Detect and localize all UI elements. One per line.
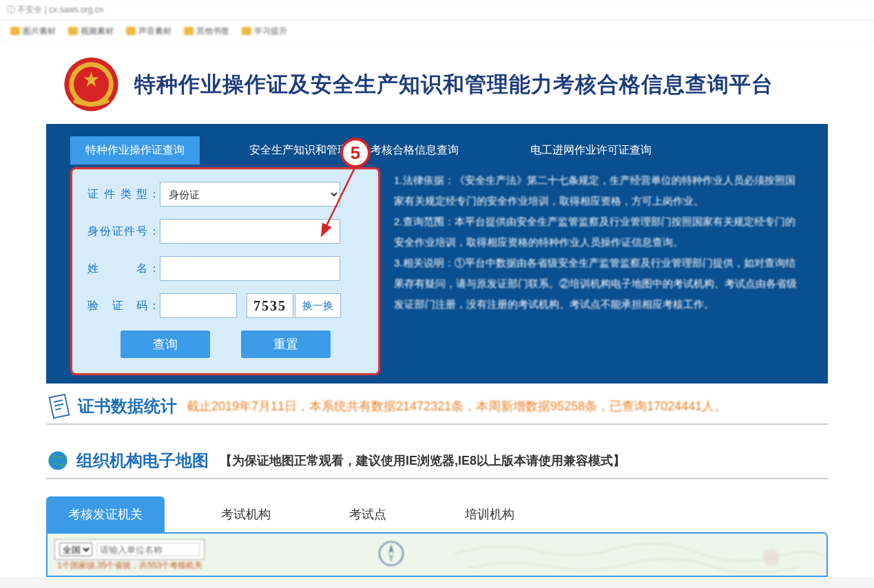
folder-icon	[126, 27, 136, 35]
tab-electrician[interactable]: 电工进网作业许可证查询	[515, 136, 667, 165]
cert-type-select[interactable]: 身份证	[160, 182, 340, 207]
label-id-number: 身份证件号：	[87, 224, 160, 239]
bookmark-item[interactable]: 学习提升	[242, 25, 287, 37]
map-substat: 1个国家级,35个省级，共553个考核机关	[57, 560, 202, 571]
compass-icon[interactable]	[378, 540, 404, 567]
svg-rect-5	[50, 395, 70, 418]
map-tab-exam-org[interactable]: 考试机构	[199, 496, 293, 532]
info-item: 1.法律依据：《安全生产法》第二十七条规定，生产经营单位的特种作业人员必须按照国…	[394, 170, 804, 211]
captcha-refresh-button[interactable]: 换一换	[295, 293, 341, 318]
bookmarks-bar: 图片素材 视频素材 声音素材 其他书签 学习提升	[0, 21, 874, 41]
info-item: 2.查询范围：本平台提供由安全生产监管监察及行业管理部门按照国家有关规定经专门的…	[394, 211, 804, 253]
site-title: 特种作业操作证及安全生产知识和管理能力考核合格信息查询平台	[134, 70, 773, 99]
query-tabs: 特种作业操作证查询 安全生产知识和管理能力考核合格信息查询 电工进网作业许可证查…	[46, 124, 828, 165]
query-form: 证 件 类 型： 身份证 身份证件号： 姓 名： 验 证 码： 7535	[70, 167, 380, 375]
document-icon	[43, 390, 74, 421]
stats-title: 证书数据统计	[78, 395, 177, 417]
national-emblem-icon	[62, 55, 121, 114]
folder-icon	[184, 27, 194, 35]
security-indicator: ⓘ 不安全 | cx.saws.org.cn	[7, 4, 104, 16]
stats-text: 截止2019年7月11日，本系统共有数据21472321条，本周新增数据9525…	[187, 398, 727, 414]
site-header: 特种作业操作证及安全生产知识和管理能力考核合格信息查询平台	[0, 41, 874, 124]
svg-marker-12	[388, 545, 394, 554]
bookmark-item[interactable]: 其他书签	[184, 25, 229, 37]
name-input[interactable]	[160, 256, 340, 281]
label-captcha: 验 证 码：	[87, 299, 160, 313]
map-tabs: 考核发证机关 考试机构 考试点 培训机构	[46, 496, 828, 532]
id-number-input[interactable]	[160, 219, 340, 244]
bookmark-item[interactable]: 图片素材	[10, 25, 56, 37]
map-tab-exam-point[interactable]: 考试点	[327, 496, 408, 532]
svg-marker-13	[388, 554, 394, 563]
reset-button[interactable]: 重置	[241, 330, 331, 358]
map-background	[441, 534, 826, 577]
map-search-controls: 全国	[54, 539, 205, 560]
captcha-image: 7535	[247, 293, 293, 318]
org-search-input[interactable]	[96, 543, 200, 556]
info-item: 3.相关说明：①平台中数据由各省级安全生产监管监察及行业管理部门提供，如对查询结…	[394, 253, 804, 315]
submit-button[interactable]: 查询	[121, 330, 210, 358]
svg-point-9	[48, 451, 67, 470]
page-content: 特种作业操作证及安全生产知识和管理能力考核合格信息查询平台 5 特种作业操作证查…	[0, 41, 874, 577]
folder-icon	[10, 27, 20, 35]
map-note: 【为保证地图正常观看，建议使用IE浏览器,IE8以上版本请使用兼容模式】	[220, 452, 625, 469]
folder-icon	[68, 27, 78, 35]
map-section: 组织机构电子地图 【为保证地图正常观看，建议使用IE浏览器,IE8以上版本请使用…	[46, 449, 828, 577]
captcha-input[interactable]	[160, 293, 237, 318]
stats-section: 证书数据统计 截止2019年7月11日，本系统共有数据21472321条，本周新…	[46, 389, 828, 425]
map-tab-training[interactable]: 培训机构	[443, 496, 537, 532]
bookmark-item[interactable]: 视频素材	[68, 25, 114, 37]
tab-special-cert[interactable]: 特种作业操作证查询	[70, 136, 200, 165]
main-panel: 特种作业操作证查询 安全生产知识和管理能力考核合格信息查询 电工进网作业许可证查…	[46, 124, 828, 384]
globe-icon	[46, 449, 70, 472]
annotation-badge-5: 5	[340, 138, 371, 168]
label-name: 姓 名：	[87, 262, 160, 276]
info-panel: 1.法律依据：《安全生产法》第二十七条规定，生产经营单位的特种作业人员必须按照国…	[394, 165, 804, 315]
label-cert-type: 证 件 类 型：	[87, 187, 160, 202]
map-area[interactable]: 全国 1个国家级,35个省级，共553个考核机关	[46, 532, 828, 577]
map-title: 组织机构电子地图	[76, 450, 209, 472]
map-tab-authority[interactable]: 考核发证机关	[46, 496, 165, 532]
bookmark-item[interactable]: 声音素材	[126, 25, 171, 37]
browser-address-bar: ⓘ 不安全 | cx.saws.org.cn	[0, 0, 874, 21]
region-select[interactable]: 全国	[59, 543, 92, 556]
svg-point-10	[763, 549, 780, 566]
folder-icon	[242, 27, 251, 35]
